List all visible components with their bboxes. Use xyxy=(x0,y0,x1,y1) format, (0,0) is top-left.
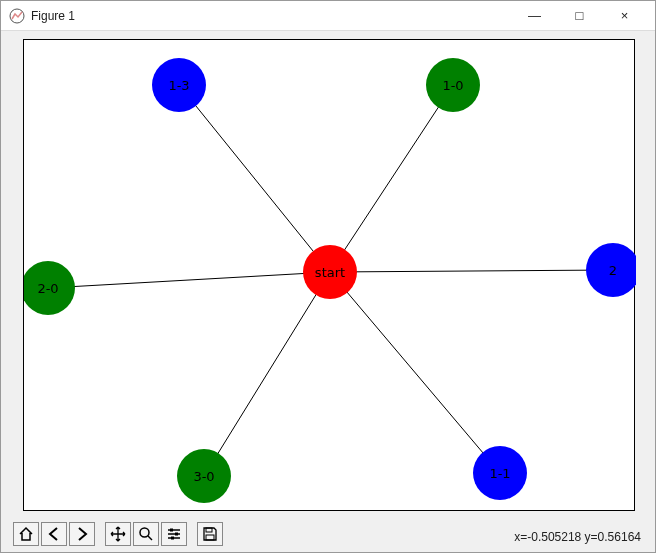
edge xyxy=(48,272,330,288)
zoom-icon xyxy=(138,526,154,542)
window-title: Figure 1 xyxy=(31,9,512,23)
svg-rect-2 xyxy=(170,529,173,532)
minimize-button[interactable]: — xyxy=(512,2,557,30)
figure-window: Figure 1 — □ × 1-31-021-13-02-0start xyxy=(0,0,656,553)
svg-rect-6 xyxy=(206,535,214,540)
forward-icon xyxy=(74,526,90,542)
configure-button[interactable] xyxy=(161,522,187,546)
pan-icon xyxy=(110,526,126,542)
node-label-2: 2 xyxy=(609,263,617,278)
node-label-1-1: 1-1 xyxy=(489,466,510,481)
maximize-button[interactable]: □ xyxy=(557,2,602,30)
node-label-1-0: 1-0 xyxy=(442,78,463,93)
graph-svg: 1-31-021-13-02-0start xyxy=(24,40,636,512)
back-button[interactable] xyxy=(41,522,67,546)
zoom-button[interactable] xyxy=(133,522,159,546)
nav-toolbar xyxy=(13,522,223,546)
edge xyxy=(179,85,330,272)
sliders-icon xyxy=(166,526,182,542)
app-icon xyxy=(9,8,25,24)
back-icon xyxy=(46,526,62,542)
forward-button[interactable] xyxy=(69,522,95,546)
edge xyxy=(330,272,500,473)
canvas-area: 1-31-021-13-02-0start xyxy=(1,31,655,552)
svg-point-1 xyxy=(140,528,149,537)
titlebar: Figure 1 — □ × xyxy=(1,1,655,31)
home-icon xyxy=(18,526,34,542)
close-button[interactable]: × xyxy=(602,2,647,30)
node-label-1-3: 1-3 xyxy=(168,78,189,93)
node-label-start: start xyxy=(315,265,345,280)
save-button[interactable] xyxy=(197,522,223,546)
cursor-coords: x=-0.505218 y=0.56164 xyxy=(514,530,641,544)
node-label-2-0: 2-0 xyxy=(37,281,58,296)
svg-rect-3 xyxy=(175,533,178,536)
edge xyxy=(330,85,453,272)
home-button[interactable] xyxy=(13,522,39,546)
plot-area[interactable]: 1-31-021-13-02-0start xyxy=(23,39,635,511)
edge xyxy=(204,272,330,476)
node-label-3-0: 3-0 xyxy=(193,469,214,484)
svg-rect-4 xyxy=(171,537,174,540)
pan-button[interactable] xyxy=(105,522,131,546)
save-icon xyxy=(202,526,218,542)
edge xyxy=(330,270,613,272)
